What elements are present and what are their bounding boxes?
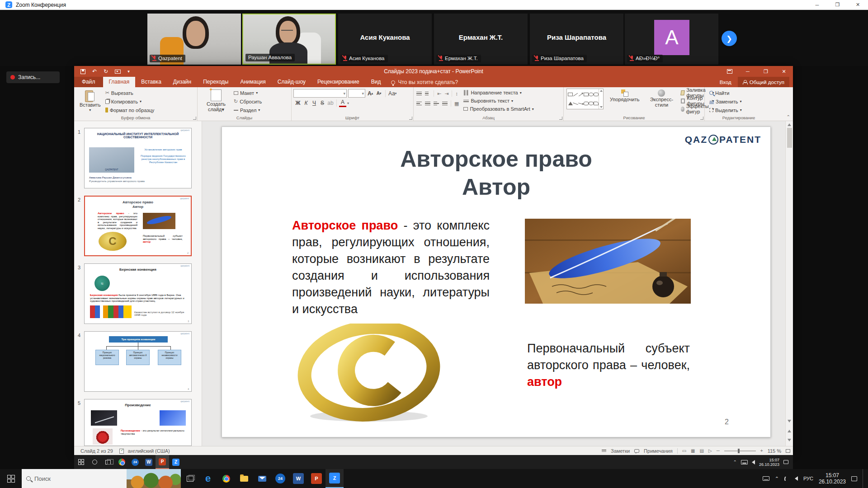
remote-notification-icon[interactable] — [783, 460, 788, 464]
ppt-restore-button[interactable]: ❐ — [757, 66, 775, 77]
font-size-combo[interactable]: ▾ — [348, 89, 365, 98]
align-text-button[interactable]: Выровнять текст▾ — [463, 97, 533, 105]
slide-thumbnail-5[interactable]: qazpatent Произведение Произведение - эт… — [84, 399, 192, 446]
volume-icon[interactable] — [795, 476, 798, 481]
task-view-button[interactable] — [181, 469, 199, 488]
remote-app24-icon[interactable]: 24 — [128, 455, 142, 469]
news-interests-widget[interactable] — [127, 469, 181, 488]
tray-chevron-icon[interactable]: ⌃ — [775, 476, 779, 482]
ppt-close-button[interactable]: ✕ — [775, 66, 793, 77]
slide-thumbnail-3[interactable]: qazpatent Бернская конвенция ≈ Бернская … — [84, 263, 192, 324]
edge-icon[interactable]: e — [199, 469, 217, 488]
participant-tile-alma[interactable]: A AÐ»Ð¼Ð° — [625, 14, 718, 65]
file-explorer-icon[interactable] — [235, 469, 253, 488]
find-button[interactable]: Найти — [709, 89, 773, 97]
remote-zoom-icon[interactable]: Z — [169, 455, 183, 469]
zoom-restore-button[interactable]: ❐ — [827, 0, 848, 10]
slide-editing-area[interactable]: QAZ PATENT Авторское право Автор Авторск… — [202, 121, 785, 446]
slide-scrollbar[interactable] — [785, 121, 793, 446]
scroll-down-arrow[interactable] — [788, 420, 791, 422]
align-right-icon[interactable] — [434, 101, 439, 107]
remote-keyboard-icon[interactable] — [741, 460, 748, 465]
quick-styles-button[interactable]: Экспресс-стили — [646, 89, 677, 108]
zoom-in-button[interactable]: + — [760, 448, 763, 453]
slideshow-view-button[interactable]: ▷ — [708, 448, 712, 453]
grow-font-button[interactable]: А▴ — [367, 89, 374, 98]
line-spacing-icon[interactable]: ↕ — [455, 91, 458, 96]
remote-task-view-icon[interactable] — [101, 455, 115, 469]
slide-thumbnail-2-selected[interactable]: qazpatent Авторское право Автор Авторско… — [84, 196, 192, 256]
shapes-scroll[interactable] — [599, 89, 603, 109]
zoom-out-button[interactable]: ─ — [717, 448, 720, 453]
tab-review[interactable]: Рецензирование — [311, 77, 365, 87]
increase-indent-icon[interactable]: ⇥ — [444, 91, 448, 97]
chrome-icon[interactable] — [217, 469, 235, 488]
comments-button[interactable]: Примечания — [644, 448, 673, 454]
slide-thumbnail-1[interactable]: qazpatent НАЦИОНАЛЬНЫЙ ИНСТИТУТ ИНТЕЛЛЕК… — [84, 128, 192, 188]
justify-icon[interactable] — [442, 101, 448, 107]
format-painter-button[interactable]: Формат по образцу — [105, 106, 155, 114]
numbering-icon[interactable] — [425, 91, 430, 97]
slide-thumbnail-4[interactable]: qazpatent Три принципа конвенции Принцип… — [84, 331, 192, 392]
remote-volume-icon[interactable] — [752, 460, 755, 465]
fit-to-window-button[interactable] — [786, 449, 790, 453]
reading-view-button[interactable]: ▤ — [700, 448, 704, 453]
zoom-percentage[interactable]: 115 % — [768, 448, 781, 454]
underline-button[interactable]: Ч — [311, 99, 318, 107]
drawing-dialog-launcher[interactable] — [700, 117, 703, 120]
slide-sorter-view-button[interactable]: ▦ — [691, 448, 695, 453]
shrink-font-button[interactable]: А▾ — [375, 89, 382, 98]
app24-icon[interactable]: 24 — [271, 469, 289, 488]
font-color-button[interactable]: А — [339, 99, 346, 107]
italic-button[interactable]: К — [302, 99, 310, 107]
paragraph-dialog-launcher[interactable] — [559, 117, 562, 120]
ppt-minimize-button[interactable]: ─ — [739, 66, 757, 77]
network-icon[interactable] — [784, 477, 789, 481]
scroll-up-arrow[interactable] — [788, 123, 791, 126]
zoom-slider[interactable] — [724, 450, 756, 451]
bold-button[interactable]: Ж — [294, 99, 302, 107]
zoom-slider-knob[interactable] — [738, 449, 740, 453]
spellcheck-icon[interactable] — [119, 448, 124, 453]
slide-thumbnail-panel[interactable]: 1 qazpatent НАЦИОНАЛЬНЫЙ ИНСТИТУТ ИНТЕЛЛ… — [74, 121, 202, 446]
layout-button[interactable]: Макет ▾ — [234, 89, 262, 97]
remote-powerpoint-icon-active[interactable]: P — [156, 455, 169, 469]
current-slide-canvas[interactable]: QAZ PATENT Авторское право Автор Авторск… — [222, 127, 771, 437]
shapes-gallery[interactable] — [566, 89, 604, 109]
font-dialog-launcher[interactable] — [409, 117, 412, 120]
participant-tile-asiya[interactable]: Асия Куканова Асия Куканова — [338, 14, 432, 65]
font-name-combo[interactable]: ▾ — [293, 89, 347, 98]
ribbon-display-options-button[interactable] — [721, 66, 739, 77]
participant-tile-qazpatent[interactable]: Qazpatent — [147, 14, 241, 65]
new-slide-button[interactable]: Создать слайд▾ — [201, 89, 231, 114]
sign-in-button[interactable]: Вход — [720, 80, 731, 85]
text-direction-button[interactable]: Направление текста▾ — [463, 89, 533, 97]
taskbar-search-box[interactable]: Поиск — [22, 469, 127, 488]
zoom-icon-active[interactable]: Z — [326, 469, 344, 488]
next-participants-button[interactable]: ❯ — [722, 31, 737, 46]
paste-button[interactable]: Вставить ▾ — [77, 89, 104, 114]
touch-keyboard-icon[interactable] — [763, 476, 769, 481]
mail-icon[interactable] — [253, 469, 271, 488]
share-button[interactable]: Общий доступ — [738, 77, 789, 87]
tab-file[interactable]: Файл — [74, 77, 103, 87]
arrange-button[interactable]: Упорядочить — [607, 89, 642, 103]
zoom-close-button[interactable]: ✕ — [848, 0, 868, 10]
participant-tile-riza[interactable]: Риза Шарапатова Риза Шарапатова — [530, 14, 623, 65]
remote-clock[interactable]: 15:07 26.10.2023 — [759, 458, 779, 467]
text-shadow-button[interactable]: ab — [327, 99, 334, 107]
tab-home[interactable]: Главная — [103, 77, 136, 87]
change-case-button[interactable]: Аа▾ — [388, 89, 396, 98]
remote-tray-chevron-icon[interactable]: ⌃ — [733, 460, 737, 465]
word-icon[interactable]: W — [289, 469, 307, 488]
show-desktop-button[interactable] — [863, 469, 864, 488]
tab-slideshow[interactable]: Слайд-шоу — [272, 77, 311, 87]
previous-slide-button[interactable] — [788, 430, 791, 432]
notes-button[interactable]: Заметки — [611, 448, 630, 454]
action-center-icon[interactable] — [851, 476, 857, 481]
recording-indicator[interactable]: Запись... — [6, 71, 60, 83]
clipboard-dialog-launcher[interactable] — [193, 117, 196, 120]
remote-word-icon[interactable]: W — [142, 455, 156, 469]
language-indicator[interactable]: английский (США) — [128, 448, 170, 454]
align-left-icon[interactable] — [416, 101, 422, 107]
